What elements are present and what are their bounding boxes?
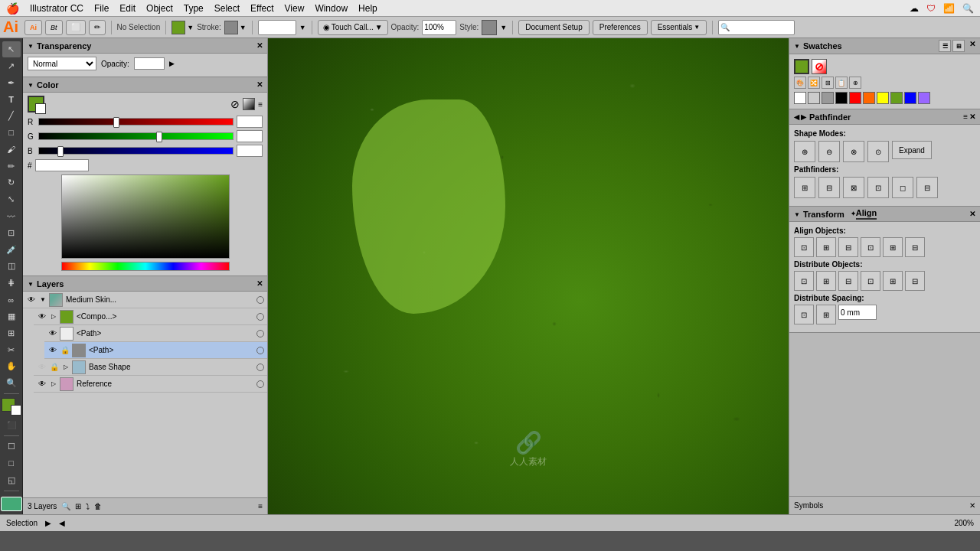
- align-center-v-btn[interactable]: ⊞: [883, 237, 903, 257]
- intersect-btn[interactable]: ⊗: [843, 141, 864, 162]
- menu-help[interactable]: Help: [358, 3, 377, 14]
- eyedropper-tool[interactable]: 💉: [2, 242, 21, 258]
- blend-mode-select[interactable]: Normal Multiply Screen Overlay: [28, 57, 96, 70]
- move-to-layer-icon[interactable]: ⤵: [86, 502, 90, 510]
- r-slider[interactable]: [38, 118, 234, 126]
- draw-normal-icon[interactable]: □: [2, 455, 21, 471]
- none-icon[interactable]: ⊘: [230, 98, 240, 110]
- pathfinder-panel-close[interactable]: ✕: [969, 112, 975, 121]
- opacity-toolbar-input[interactable]: [422, 20, 456, 35]
- layer-row[interactable]: 👁 🔒 <Path>: [44, 342, 267, 359]
- workspace-button[interactable]: Essentials▼: [651, 20, 707, 35]
- trim-btn[interactable]: ⊟: [818, 177, 840, 198]
- slice-tool[interactable]: ⊞: [2, 325, 21, 341]
- scissors-tool[interactable]: ✂: [2, 342, 21, 358]
- swatch-action-4[interactable]: 📋: [835, 77, 848, 89]
- menu-type[interactable]: Type: [184, 3, 204, 14]
- expand-btn[interactable]: Expand: [892, 141, 932, 159]
- crop-btn[interactable]: ⊡: [867, 177, 889, 198]
- menu-file[interactable]: File: [94, 3, 109, 14]
- color-picker[interactable]: [61, 174, 230, 259]
- outline-btn[interactable]: ◻: [892, 177, 913, 198]
- swatch-action-3[interactable]: ⊞: [822, 77, 834, 89]
- pathfinder-right-arrow[interactable]: ▶: [801, 113, 806, 121]
- apple-menu[interactable]: 🍎: [6, 2, 19, 15]
- align-panel-close[interactable]: ✕: [969, 210, 975, 218]
- opacity-arrow[interactable]: ▶: [169, 60, 175, 67]
- search-toolbar-input[interactable]: [718, 20, 795, 35]
- swatch-action-1[interactable]: 🎨: [794, 77, 806, 89]
- dist-center-h-btn[interactable]: ⊞: [816, 271, 836, 291]
- swatch-green-main[interactable]: [794, 59, 809, 74]
- status-play-icon[interactable]: ▶: [45, 519, 51, 527]
- stroke-color-swatch[interactable]: ▼: [224, 21, 247, 34]
- swatches-grid-view[interactable]: ⊞: [952, 40, 965, 52]
- draw-behind-icon[interactable]: ◱: [2, 472, 21, 488]
- expand-icon[interactable]: [49, 380, 58, 389]
- status-prev-icon[interactable]: ◀: [59, 519, 65, 527]
- default-colors[interactable]: ⬛: [2, 418, 21, 434]
- eye-icon[interactable]: 👁: [47, 345, 58, 356]
- menu-select[interactable]: Select: [214, 3, 240, 14]
- transparency-panel-header[interactable]: Transparency ✕: [23, 38, 267, 54]
- swatch-gray1[interactable]: [808, 92, 820, 104]
- dist-bottom-btn[interactable]: ⊟: [838, 271, 858, 291]
- swatch-green[interactable]: [890, 92, 903, 104]
- dist-spacing-v-btn[interactable]: ⊞: [816, 305, 836, 324]
- hex-input[interactable]: 669E1C: [35, 159, 89, 171]
- align-top-btn[interactable]: ⊡: [861, 237, 880, 257]
- dist-top-btn[interactable]: ⊡: [794, 271, 814, 291]
- layer-row[interactable]: 👁 Medium Skin...: [23, 292, 267, 308]
- stroke-swatch[interactable]: [11, 405, 21, 416]
- rotate-tool[interactable]: ↻: [2, 175, 21, 191]
- stroke-weight-arrow[interactable]: ▼: [299, 24, 306, 31]
- layer-options-icon[interactable]: ≡: [258, 502, 263, 510]
- eye-icon[interactable]: 👁: [37, 311, 47, 322]
- brush-tool-button[interactable]: ✏: [89, 20, 106, 35]
- gradient-tool[interactable]: ◫: [2, 259, 21, 275]
- mesh-tool[interactable]: ⋕: [2, 275, 21, 291]
- free-transform-tool[interactable]: ⊡: [2, 225, 21, 241]
- swatch-gray2[interactable]: [822, 92, 834, 104]
- eye-icon[interactable]: 👁: [47, 328, 58, 339]
- blend-tool[interactable]: ∞: [2, 292, 21, 308]
- color-spectrum-bar[interactable]: [61, 262, 230, 271]
- direct-selection-tool[interactable]: ↗: [2, 58, 21, 74]
- minus-front-btn[interactable]: ⊖: [818, 141, 840, 162]
- align-center-h-btn[interactable]: ⊞: [816, 237, 836, 257]
- b-slider[interactable]: [38, 147, 234, 155]
- swatch-purple[interactable]: [918, 92, 930, 104]
- ai-button[interactable]: Ai: [24, 20, 42, 35]
- opacity-input[interactable]: 100%: [134, 57, 165, 70]
- layer-row[interactable]: 👁 <Compo...>: [34, 308, 267, 325]
- swatch-action-2[interactable]: 🔀: [808, 77, 820, 89]
- line-tool[interactable]: ╱: [2, 108, 21, 124]
- pathfinder-left-arrow[interactable]: ◀: [794, 113, 799, 121]
- stroke-weight-input[interactable]: [258, 20, 296, 35]
- delete-layer-icon[interactable]: 🗑: [94, 502, 102, 510]
- menu-effect[interactable]: Effect: [250, 3, 273, 14]
- search-menubar-icon[interactable]: 🔍: [962, 3, 974, 14]
- align-panel-header[interactable]: Transform ✦ Align ✕: [789, 207, 980, 222]
- warp-tool[interactable]: 〰: [2, 208, 21, 224]
- style-swatch[interactable]: [482, 20, 497, 35]
- scale-tool[interactable]: ⤡: [2, 191, 21, 207]
- g-value[interactable]: 158: [237, 130, 263, 142]
- menu-edit[interactable]: Edit: [119, 3, 136, 14]
- pen-tool[interactable]: ✒: [2, 75, 21, 91]
- search-layer-icon[interactable]: 🔍: [61, 502, 70, 510]
- swatch-yellow[interactable]: [877, 92, 889, 104]
- type-tool[interactable]: T: [2, 91, 21, 107]
- canvas-area[interactable]: 🔗 人人素材: [268, 38, 789, 514]
- dist-spacing-h-btn[interactable]: ⊡: [794, 305, 814, 324]
- spacing-value-input[interactable]: [838, 305, 877, 320]
- swatches-panel-close[interactable]: ✕: [969, 40, 975, 52]
- fill-color-box[interactable]: [28, 96, 44, 112]
- touch-callout-button[interactable]: ◉ Touch Call... ▼: [318, 20, 388, 35]
- swatch-red[interactable]: [849, 92, 861, 104]
- creative-cloud-icon[interactable]: ☁: [910, 3, 919, 14]
- transform-tab[interactable]: Transform: [803, 210, 844, 219]
- paintbrush-tool[interactable]: 🖌: [2, 142, 21, 158]
- swatch-action-5[interactable]: ⊕: [849, 77, 861, 89]
- art-board-tool[interactable]: [1, 497, 22, 511]
